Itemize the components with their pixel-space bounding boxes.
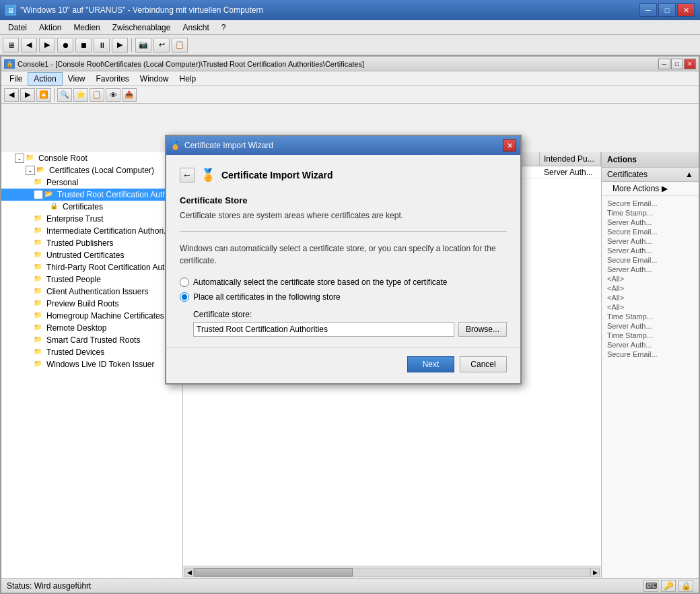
dialog-section-desc: Certificate stores are system areas wher… — [180, 211, 507, 220]
radio-auto[interactable] — [180, 277, 189, 287]
cancel-button[interactable]: Cancel — [460, 356, 507, 372]
wizard-title: Certificate Import Wizard — [221, 170, 333, 180]
radio-place-label: Place all certificates in the following … — [193, 292, 341, 302]
dialog-section-title: Certificate Store — [180, 195, 507, 205]
dialog-info-text: Windows can automatically select a certi… — [180, 242, 507, 267]
cert-store-label: Certificate store: — [193, 310, 507, 319]
cert-store-input[interactable] — [193, 322, 454, 337]
radio-auto-label: Automatically select the certificate sto… — [193, 277, 448, 287]
dialog-body: ← 🏅 Certificate Import Wizard Certificat… — [166, 155, 520, 348]
dialog-divider — [180, 231, 507, 232]
radio-group: Automatically select the certificate sto… — [180, 277, 507, 302]
dialog-footer: Next Cancel — [166, 348, 520, 383]
radio-item-place[interactable]: Place all certificates in the following … — [180, 292, 507, 302]
certificate-import-dialog: 🏅 Certificate Import Wizard ✕ ← 🏅 Certif… — [165, 135, 522, 385]
dialog-close-button[interactable]: ✕ — [503, 139, 516, 152]
cert-store-row: Browse... — [193, 322, 507, 337]
next-button[interactable]: Next — [407, 356, 454, 372]
dialog-title-text: 🏅 Certificate Import Wizard — [170, 141, 273, 150]
dialog-back-nav: ← 🏅 Certificate Import Wizard — [180, 166, 507, 185]
radio-item-auto[interactable]: Automatically select the certificate sto… — [180, 277, 507, 287]
dialog-title-icon: 🏅 — [170, 141, 180, 150]
browse-button[interactable]: Browse... — [458, 322, 507, 337]
dialog-overlay: 🏅 Certificate Import Wizard ✕ ← 🏅 Certif… — [0, 0, 700, 594]
back-button[interactable]: ← — [180, 168, 195, 183]
dialog-title-bar: 🏅 Certificate Import Wizard ✕ — [166, 136, 520, 155]
wizard-icon: 🏅 — [199, 166, 217, 185]
radio-place[interactable] — [180, 292, 189, 302]
